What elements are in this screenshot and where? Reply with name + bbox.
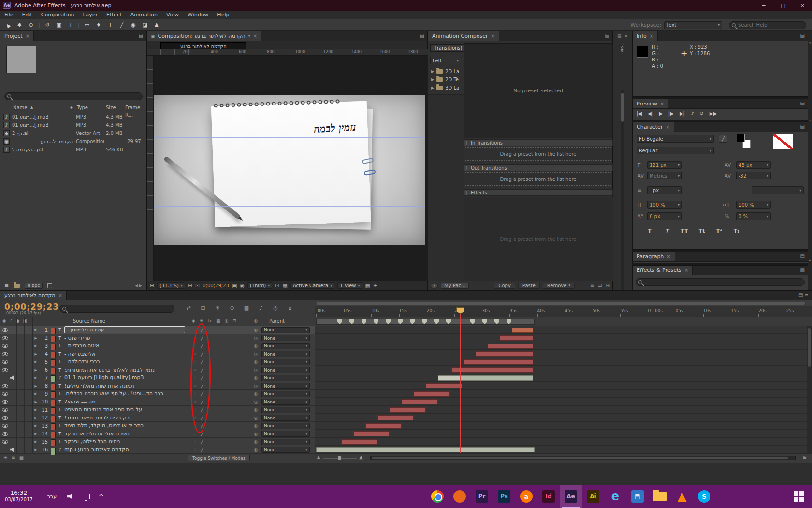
- motion-blur-switch[interactable]: ∴: [193, 438, 198, 446]
- out-transitions-dropzone[interactable]: Drag a preset from the list here: [465, 172, 611, 186]
- parent-dropdown[interactable]: None▾: [261, 327, 310, 333]
- panel-menu-icon[interactable]: ▤: [617, 33, 622, 38]
- transparency-grid-icon[interactable]: ▦: [282, 283, 287, 289]
- snapshot-icon[interactable]: ▣: [232, 283, 237, 289]
- expand-arrow-icon[interactable]: ▶: [33, 390, 38, 398]
- vertical-ruler[interactable]: [147, 56, 154, 281]
- tab-paragraph[interactable]: Paragraph×: [633, 252, 675, 261]
- unified-camera-tool[interactable]: ▣: [53, 20, 65, 30]
- layer-row[interactable]: ▶11Tעל בית ספר אחד בנתיבות המשפט∴╱◎None▾: [0, 406, 315, 414]
- layer-duration-bar[interactable]: [451, 367, 533, 373]
- toggle-switches-button[interactable]: Toggle Switches / Modes: [188, 455, 250, 461]
- horizontal-ruler[interactable]: 20040060080010001200140016001800: [147, 49, 428, 56]
- menu-window[interactable]: Window: [183, 12, 213, 18]
- scroll-arrows[interactable]: ◀ ▶: [135, 284, 146, 288]
- col-size[interactable]: Size: [106, 104, 116, 111]
- eye-icon[interactable]: [2, 408, 8, 412]
- expand-arrow-icon[interactable]: ▶: [431, 77, 434, 82]
- eye-icon[interactable]: [2, 424, 8, 428]
- panel-menu-icon[interactable]: ▤ ≡: [798, 291, 812, 300]
- language-indicator[interactable]: עבר: [47, 493, 57, 500]
- eye-icon[interactable]: [2, 352, 8, 356]
- effects-header[interactable]: Effects: [464, 189, 613, 196]
- panel-menu-icon[interactable]: ▤: [605, 31, 612, 41]
- taskbar-edge[interactable]: e: [604, 485, 626, 508]
- horizontal-scale-dropdown[interactable]: 100 %▾: [736, 201, 771, 209]
- copy-button[interactable]: Copy: [494, 283, 515, 289]
- taskbar-mail[interactable]: ▤: [626, 485, 649, 508]
- project-item-row[interactable]: ♪01 רצוע...[.mp3MP34.3 MB: [0, 113, 146, 121]
- minimize-button[interactable]: ─: [754, 2, 773, 9]
- resolution-dropdown[interactable]: (Third)▾: [247, 282, 272, 289]
- timeline-v-thumb[interactable]: [808, 328, 811, 367]
- collapse-arrow-icon[interactable]: ◂: [809, 118, 811, 122]
- expand-arrow-icon[interactable]: ▶: [33, 414, 38, 422]
- trash-icon[interactable]: [47, 283, 52, 288]
- panel-menu-icon[interactable]: ▤: [800, 99, 808, 108]
- roi-icon[interactable]: ⊡: [275, 283, 279, 289]
- layer-row[interactable]: ▶5Tברכי ונדרולדה -∴╱◎None▾: [0, 358, 315, 366]
- clone-stamp-tool[interactable]: ◉: [128, 20, 139, 30]
- composer-folder-row[interactable]: ▶2D Te: [428, 75, 464, 84]
- layer-row[interactable]: ▶12Tרק רצינו לכתוב תיאור נחמד!∴╱◎None▾: [0, 414, 315, 422]
- timeline-tool-icon[interactable]: ◎: [270, 305, 281, 311]
- layer-name[interactable]: כבר הד...ופט!...על סף יאוש נזכרנו בכללים…: [64, 390, 188, 398]
- frame-blend-icon[interactable]: ▦: [19, 455, 24, 460]
- audio-toggle-icon[interactable]: [10, 448, 15, 452]
- no-stroke-swatch[interactable]: [773, 134, 793, 149]
- tab-character[interactable]: Character×: [633, 122, 674, 132]
- eye-icon[interactable]: [2, 336, 8, 340]
- layer-name[interactable]: כתב יד או דפוס, מוקלד, תלת מימד: [64, 422, 188, 430]
- guide-line[interactable]: [154, 165, 425, 165]
- tab-preview[interactable]: Preview×: [633, 99, 668, 108]
- col-type[interactable]: Type: [77, 104, 88, 111]
- pickwhip-icon[interactable]: ◎: [253, 414, 259, 422]
- layer-name[interactable]: רק רצינו לכתוב תיאור נחמד!: [64, 414, 188, 422]
- effects-search-input[interactable]: [645, 280, 802, 285]
- parent-dropdown[interactable]: None▾: [261, 359, 310, 365]
- sort-icon[interactable]: ≡: [590, 283, 594, 288]
- taskbar-firefox[interactable]: [449, 485, 471, 508]
- floating-comp-tab[interactable]: הקדמה לאילתור ברגע: [160, 42, 246, 50]
- viewer-pasteboard[interactable]: נזמין לבמה: [154, 56, 428, 281]
- layer-duration-bar[interactable]: [390, 407, 426, 413]
- workspace-dropdown[interactable]: Text▾: [664, 21, 722, 29]
- pickwhip-icon[interactable]: ◎: [253, 430, 259, 438]
- parent-header[interactable]: Parent: [269, 318, 285, 324]
- eye-icon[interactable]: [2, 432, 8, 436]
- project-item-row[interactable]: ◉הקדמה ל...רגעComposition29.97: [0, 137, 146, 146]
- faux-style-button-3[interactable]: Tt: [696, 227, 707, 235]
- time-ruler[interactable]: :00s05s10s15s20s25s30s35s40s45s50s55s01:…: [315, 306, 812, 317]
- parent-dropdown[interactable]: None▾: [261, 415, 310, 421]
- layer-duration-bar[interactable]: [353, 431, 390, 436]
- channels-icon[interactable]: ◉: [240, 283, 245, 289]
- panel-menu-icon[interactable]: ▤: [139, 31, 146, 41]
- layer-name[interactable]: פרידי פנט -: [64, 334, 188, 343]
- next-frame-button[interactable]: |▶: [668, 111, 674, 116]
- layer-row[interactable]: ▶15Tניסינו הכל פיילוט, ופרקר∴╱◎None▾: [0, 438, 315, 446]
- close-button[interactable]: ×: [793, 2, 812, 9]
- pickwhip-icon[interactable]: ◎: [253, 390, 259, 398]
- zoom-slider-thumb[interactable]: [338, 456, 341, 460]
- ram-preview-button[interactable]: ▶▶: [710, 111, 717, 116]
- parent-dropdown[interactable]: None▾: [261, 431, 310, 437]
- layer-row[interactable]: ▶13Tכתב יד או דפוס, מוקלד, תלת מימד∴╱◎No…: [0, 422, 315, 430]
- panel-menu-icon[interactable]: ▤: [800, 31, 808, 41]
- eye-icon[interactable]: [2, 368, 8, 372]
- current-timecode[interactable]: 0;00;29;23: [4, 302, 59, 312]
- layer-duration-bar[interactable]: [377, 415, 414, 420]
- leading-dropdown[interactable]: - px▾: [647, 186, 682, 194]
- layer-duration-bar[interactable]: [365, 423, 402, 429]
- expand-arrow-icon[interactable]: ▶: [33, 342, 38, 350]
- pickwhip-icon[interactable]: ◎: [253, 326, 259, 334]
- eye-icon[interactable]: [2, 328, 8, 332]
- layer-duration-bar[interactable]: [512, 328, 533, 333]
- taskbar-chrome[interactable]: [426, 485, 449, 508]
- remove-button[interactable]: Remove▾: [543, 283, 575, 289]
- item-name[interactable]: הקדמה ל...p3: [12, 146, 73, 154]
- parent-dropdown[interactable]: None▾: [261, 367, 310, 373]
- menu-animation[interactable]: Animation: [126, 12, 162, 18]
- timeline-v-scrollbar[interactable]: [807, 326, 812, 454]
- last-frame-button[interactable]: ▶|: [680, 111, 685, 116]
- collapsed-tab-label[interactable]: יישמך: [620, 43, 625, 55]
